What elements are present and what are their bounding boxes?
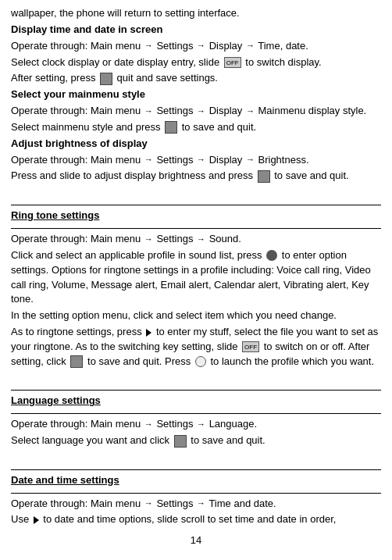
arrow-icon-6: → [246,105,255,118]
divider-1 [11,205,381,205]
save-icon-5 [174,435,187,448]
divider-4 [11,413,381,414]
arrow-icon-5: → [197,105,205,118]
ringtone-p4: As to ringtone settings, press to enter … [11,325,381,369]
menu-arrow-2 [34,516,39,524]
arrow-icon-14: → [144,498,153,510]
display-time-p3: After setting, press quit and save setti… [11,71,381,86]
intro-text: wallpaper, the phone will return to sett… [11,6,381,21]
ringtone-p3: In the setting option menu, click and se… [11,309,381,323]
off-badge-1: OFF [224,57,241,68]
arrow-icon-3: → [246,40,255,52]
brightness-title: Adjust brightness of display [11,137,381,152]
menu-arrow-1 [146,329,151,337]
save-icon-4 [70,355,83,368]
circle-icon-1 [266,250,277,261]
language-title: Language settings [11,394,381,408]
page-number-container: 14 [11,533,381,548]
brightness-p2: Press and slide to adjust display bright… [11,169,381,184]
language-p2: Select language you want and click to sa… [11,433,381,448]
off-badge-2: OFF [242,341,259,352]
arrow-icon-8: → [197,154,205,166]
ringtone-title: Ring tone settings [11,209,381,223]
date-time-p1: Operate through: Main menu → Settings → … [11,497,381,512]
arrow-icon-12: → [144,419,153,431]
mainmenu-style-p2: Select mainmenu style and press to save … [11,120,381,135]
date-time-p2: Use to date and time options, slide scro… [11,512,381,527]
arrow-icon-15: → [197,498,205,510]
arrow-icon-7: → [144,154,153,166]
page-number: 14 [191,534,201,546]
save-icon-1 [100,73,112,85]
ringtone-p2: Click and select an applicable profile i… [11,248,381,307]
divider-3 [11,390,381,391]
display-time-title: Display time and date in screen [11,23,381,37]
arrow-icon-4: → [144,105,153,118]
ringtone-p1: Operate through: Main menu → Settings → … [11,232,381,247]
arrow-icon-13: → [197,419,205,431]
arrow-icon-1: → [144,40,153,52]
page-content: wallpaper, the phone will return to sett… [11,6,381,548]
mainmenu-style-title: Select your mainmenu style [11,87,381,102]
save-icon-3 [258,170,270,183]
brightness-p1: Operate through: Main menu → Settings → … [11,153,381,168]
arrow-icon-10: → [144,234,153,246]
divider-2 [11,228,381,229]
date-time-title: Date and time settings [11,473,381,488]
mainmenu-style-p1: Operate through: Main menu → Settings → … [11,104,381,119]
language-p1: Operate through: Main menu → Settings → … [11,417,381,432]
arrow-icon-11: → [197,234,205,246]
arrow-icon-2: → [197,40,205,52]
display-time-p1: Operate through: Main menu → Settings → … [11,39,381,54]
arrow-icon-9: → [246,154,255,166]
save-icon-2 [165,121,177,134]
divider-5 [11,469,381,470]
display-time-p2: Select clock display or date display ent… [11,55,381,70]
divider-6 [11,493,381,494]
circle-btn-1 [195,356,206,367]
